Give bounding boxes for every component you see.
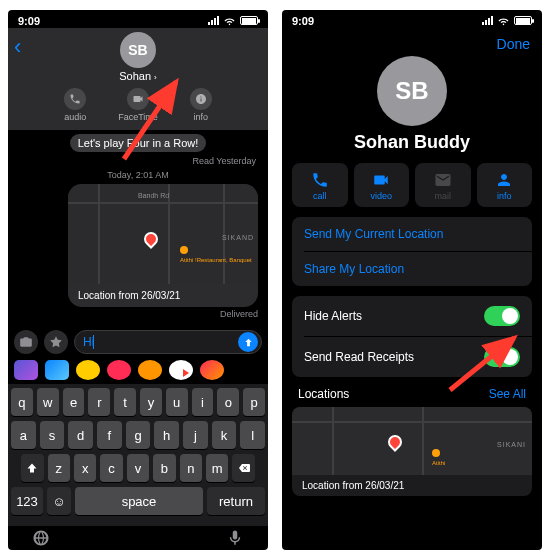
toggles-section: Hide Alerts Send Read Receipts [292,296,532,377]
camera-icon [19,335,33,349]
appstore-app-icon[interactable] [45,360,69,380]
send-current-location-row[interactable]: Send My Current Location [292,217,532,251]
send-button[interactable] [238,332,258,352]
shift-icon [26,462,38,474]
key-b[interactable]: b [153,454,175,482]
globe-icon[interactable] [32,529,50,547]
memoji-app-icon[interactable] [76,360,100,380]
contact-avatar-large[interactable]: SB [377,56,447,126]
keyboard: qwertyuiop asdfghjkl zxcvbnm 123 ☺ space… [8,384,268,526]
key-f[interactable]: f [97,421,122,449]
mail-button[interactable]: mail [415,163,471,207]
return-key[interactable]: return [207,487,265,515]
key-n[interactable]: n [180,454,202,482]
status-bar: 9:09 [282,10,542,28]
location-links-section: Send My Current Location Share My Locati… [292,217,532,286]
appstore-icon [49,335,63,349]
key-e[interactable]: e [63,388,85,416]
hide-alerts-toggle[interactable] [484,306,520,326]
contact-name[interactable]: Sohan [119,70,151,82]
youtube-app-icon[interactable] [169,360,193,380]
status-time: 9:09 [18,15,40,27]
info-button[interactable]: info [477,163,533,207]
share-my-location-row[interactable]: Share My Location [292,252,532,286]
key-l[interactable]: l [240,421,265,449]
keyboard-bottom-bar [8,526,268,550]
location-thumbnail[interactable]: SIKANI Atithi Location from 26/03/21 [292,407,532,496]
key-row-1: qwertyuiop [11,388,265,416]
right-screenshot-contact-details: 9:09 Done SB Sohan Buddy call video mail… [282,10,542,550]
video-icon [132,93,144,105]
see-all-button[interactable]: See All [489,387,526,401]
key-q[interactable]: q [11,388,33,416]
sticker-app-icon[interactable] [138,360,162,380]
key-h[interactable]: h [154,421,179,449]
key-i[interactable]: i [192,388,214,416]
message-bubble[interactable]: Let's play Four in a Row! [70,134,207,152]
audio-button[interactable]: audio [64,88,86,122]
key-a[interactable]: a [11,421,36,449]
app-drawer-button[interactable] [44,330,68,354]
info-icon [195,93,207,105]
mic-icon[interactable] [226,529,244,547]
key-x[interactable]: x [74,454,96,482]
wifi-icon [223,16,236,26]
call-button[interactable]: call [292,163,348,207]
location-message[interactable]: Bandh Rd SIKAND Atithi !Restaurant, Banq… [68,184,258,307]
signal-icon [482,16,493,25]
map-thumbnail: Bandh Rd SIKAND Atithi !Restaurant, Banq… [68,184,258,284]
key-g[interactable]: g [126,421,151,449]
battery-icon [514,16,532,25]
key-k[interactable]: k [212,421,237,449]
numbers-key[interactable]: 123 [11,487,43,515]
key-d[interactable]: d [68,421,93,449]
delete-key[interactable] [232,454,254,482]
back-button[interactable]: ‹ [14,34,21,60]
person-icon [495,171,513,189]
key-p[interactable]: p [243,388,265,416]
key-r[interactable]: r [88,388,110,416]
key-m[interactable]: m [206,454,228,482]
key-v[interactable]: v [127,454,149,482]
app-icon-generic[interactable] [200,360,224,380]
arrow-up-icon [243,337,254,348]
read-indicator: Read Yesterday [18,156,256,166]
key-y[interactable]: y [140,388,162,416]
tutorial-composite: 9:09 ‹ SB Sohan › audio FaceTime [0,0,560,560]
timestamp-label: Today, 2:01 AM [18,170,258,180]
key-u[interactable]: u [166,388,188,416]
facetime-button[interactable]: FaceTime [118,88,158,122]
delivered-indicator: Delivered [18,309,258,319]
key-s[interactable]: s [40,421,65,449]
shift-key[interactable] [21,454,43,482]
emoji-key[interactable]: ☺ [47,487,71,515]
space-key[interactable]: space [75,487,203,515]
read-receipts-toggle[interactable] [484,347,520,367]
map-pin-icon [141,229,161,249]
contact-name-large: Sohan Buddy [282,132,542,153]
key-row-2: asdfghjkl [11,421,265,449]
key-j[interactable]: j [183,421,208,449]
video-button[interactable]: video [354,163,410,207]
key-w[interactable]: w [37,388,59,416]
key-z[interactable]: z [48,454,70,482]
locations-section-header: Locations See All [282,387,542,401]
phone-icon [69,93,81,105]
info-button[interactable]: info [190,88,212,122]
signal-icon [208,16,219,25]
app-strip[interactable] [8,358,268,384]
photos-app-icon[interactable] [14,360,38,380]
camera-button[interactable] [14,330,38,354]
status-time: 9:09 [292,15,314,27]
key-t[interactable]: t [114,388,136,416]
key-o[interactable]: o [217,388,239,416]
chat-body[interactable]: Let's play Four in a Row! Read Yesterday… [8,130,268,326]
contact-avatar[interactable]: SB [120,32,156,68]
mail-icon [434,171,452,189]
send-read-receipts-row: Send Read Receipts [292,337,532,377]
key-c[interactable]: c [100,454,122,482]
message-text-input[interactable]: Hi [74,330,262,354]
music-app-icon[interactable] [107,360,131,380]
done-button[interactable]: Done [497,36,530,52]
map-poi: Atithi !Restaurant, Banquet [180,246,252,264]
